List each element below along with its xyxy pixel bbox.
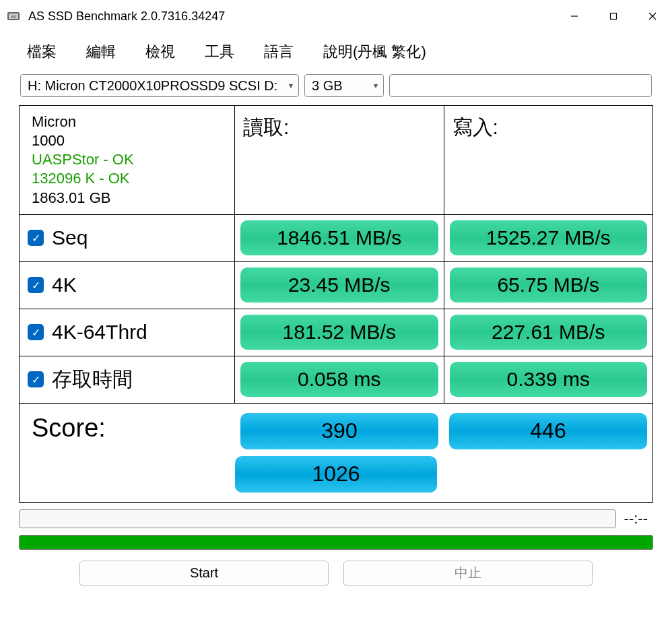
results-panel: Micron 1000 UASPStor - OK 132096 K - OK … [19,105,653,503]
total-score-value: 1026 [235,456,437,493]
score-section: Score: 390 446 1026 [20,404,652,502]
drive-select[interactable]: H: Micron CT2000X10PROSSD9 SCSI D: ▾ [20,74,299,97]
status-row: --:-- [19,509,653,528]
seq-read-value: 1846.51 MB/s [240,220,438,255]
seq-checkbox[interactable]: ✓ [28,230,44,246]
seq-write-cell: 1525.27 MB/s [444,215,653,261]
4k64-checkbox[interactable]: ✓ [28,324,44,340]
seq-label-cell: ✓ Seq [20,215,235,261]
toolbar: H: Micron CT2000X10PROSSD9 SCSI D: ▾ 3 G… [0,71,672,105]
score-row: Score: 390 446 [20,404,652,453]
size-select[interactable]: 3 GB ▾ [304,74,384,97]
4k-label-cell: ✓ 4K [20,262,235,309]
score-write-cell: 446 [444,404,652,453]
size-select-value: 3 GB [312,78,343,94]
abort-button[interactable]: 中止 [343,561,593,586]
4k-write-value: 65.75 MB/s [450,267,648,303]
4k64-label-cell: ✓ 4K-64Thrd [20,309,235,356]
access-write-value: 0.339 ms [450,362,648,397]
button-row: Start 中止 [19,561,653,586]
score-read-cell: 390 [235,404,444,453]
access-write-cell: 0.339 ms [444,356,653,403]
menu-view[interactable]: 檢視 [145,42,175,62]
4k64-read-value: 181.52 MB/s [240,315,438,350]
header-row: Micron 1000 UASPStor - OK 132096 K - OK … [20,106,652,215]
read-header: 讀取: [235,106,444,215]
menu-language[interactable]: 語言 [264,42,294,62]
titlebar: AS AS SSD Benchmark 2.0.7316.34247 [0,0,672,32]
4k64-write-value: 227.61 MB/s [450,315,648,350]
score-read-value: 390 [240,413,438,449]
4k-row: ✓ 4K 23.45 MB/s 65.75 MB/s [20,262,652,309]
seq-read-cell: 1846.51 MB/s [235,215,444,261]
menu-file[interactable]: 檔案 [27,42,57,62]
access-row: ✓ 存取時間 0.058 ms 0.339 ms [20,356,652,404]
access-read-value: 0.058 ms [240,362,438,397]
drive-select-value: H: Micron CT2000X10PROSSD9 SCSI D: [28,78,277,94]
text-input[interactable] [389,74,652,97]
seq-label: Seq [52,226,88,249]
4k64-label: 4K-64Thrd [52,321,147,344]
4k-read-value: 23.45 MB/s [240,267,438,303]
seq-row: ✓ Seq 1846.51 MB/s 1525.27 MB/s [20,215,652,262]
minimize-button[interactable] [555,0,594,32]
4k-write-cell: 65.75 MB/s [444,262,653,309]
app-window: AS AS SSD Benchmark 2.0.7316.34247 檔案 編輯… [0,0,672,632]
score-write-value: 446 [449,413,647,449]
access-read-cell: 0.058 ms [235,356,444,403]
progress-row [19,535,653,550]
drive-capacity: 1863.01 GB [32,189,225,208]
maximize-button[interactable] [594,0,633,32]
menu-tools[interactable]: 工具 [205,42,234,62]
4k-checkbox[interactable]: ✓ [28,277,44,293]
menu-edit[interactable]: 編輯 [86,42,116,62]
4k-label: 4K [52,274,77,296]
progress-bar [19,535,653,550]
svg-rect-4 [611,13,617,20]
status-text-field [19,509,616,528]
drive-number: 1000 [32,131,225,150]
drive-info: Micron 1000 UASPStor - OK 132096 K - OK … [20,106,235,215]
close-button[interactable] [633,0,672,32]
4k64-read-cell: 181.52 MB/s [235,309,444,356]
app-icon: AS [5,8,22,24]
write-header: 寫入: [444,106,653,215]
4k64-write-cell: 227.61 MB/s [444,309,653,356]
access-label: 存取時間 [52,366,133,393]
score-label: Score: [20,404,235,453]
chevron-down-icon: ▾ [289,81,293,90]
svg-text:AS: AS [11,15,16,19]
4k-read-cell: 23.45 MB/s [235,262,444,309]
start-button[interactable]: Start [79,561,329,586]
alignment-status: 132096 K - OK [32,169,225,188]
4k64-row: ✓ 4K-64Thrd 181.52 MB/s 227.61 MB/s [20,309,652,356]
menubar: 檔案 編輯 檢視 工具 語言 說明(丹楓 繁化) [0,32,672,71]
drive-name: Micron [32,113,225,131]
chevron-down-icon: ▾ [374,81,378,90]
total-row: 1026 [20,453,652,502]
elapsed-time: --:-- [624,510,653,528]
window-controls [555,0,672,32]
controller-status: UASPStor - OK [32,150,225,169]
access-label-cell: ✓ 存取時間 [20,356,235,403]
seq-write-value: 1525.27 MB/s [450,220,648,255]
window-title: AS SSD Benchmark 2.0.7316.34247 [28,9,555,24]
access-checkbox[interactable]: ✓ [28,371,44,387]
menu-help[interactable]: 說明(丹楓 繁化) [323,42,426,62]
